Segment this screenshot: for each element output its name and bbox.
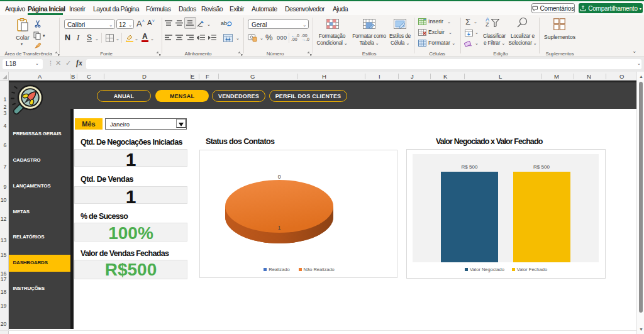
svg-text:1: 1 <box>278 225 281 231</box>
svg-text:0: 0 <box>278 174 281 180</box>
